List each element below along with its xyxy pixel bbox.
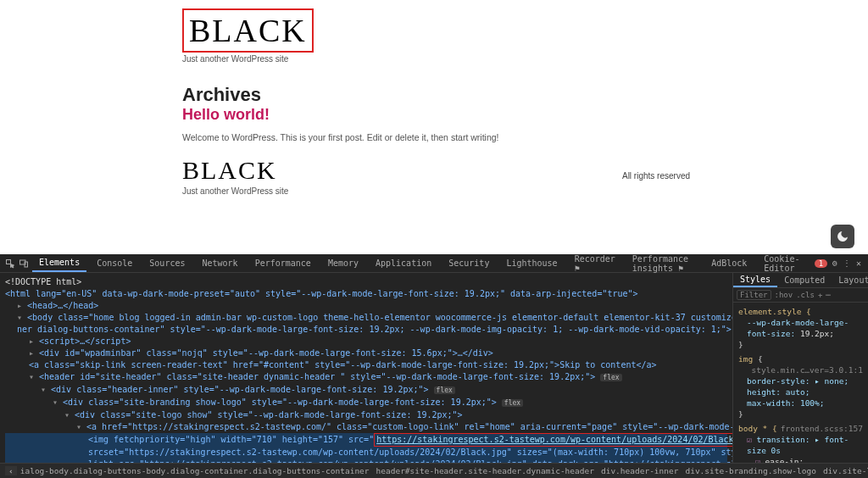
highlighted-logo: BLACK	[182, 8, 314, 53]
tab-elements[interactable]: Elements	[32, 254, 86, 272]
tab-recorder[interactable]: Recorder ⚑	[568, 251, 622, 276]
dom-breadcrumb[interactable]: ‹ ialog-body.dialog-buttons-body.dialog-…	[0, 463, 868, 478]
styles-filter-input[interactable]: Filter	[737, 290, 771, 300]
tab-network[interactable]: Network	[195, 255, 244, 271]
sp-tab-styles[interactable]: Styles	[733, 273, 777, 287]
footer-branding: BLACK Just another WordPress site	[182, 156, 288, 196]
bc-item[interactable]: div.header-inner	[598, 466, 682, 475]
breadcrumb-scroll-left[interactable]: ‹	[5, 466, 17, 475]
styles-more-icon[interactable]: ⋯	[826, 291, 830, 299]
tab-application[interactable]: Application	[369, 255, 438, 271]
tab-memory[interactable]: Memory	[321, 255, 365, 271]
page-content: BLACK Just another WordPress site Archiv…	[0, 0, 868, 196]
settings-icon[interactable]: ⚙	[831, 256, 839, 271]
dom-tree[interactable]: <!DOCTYPE html> <html lang="en-US" data-…	[0, 273, 732, 463]
devtools-tabbar: Elements Console Sources Network Perform…	[0, 254, 868, 273]
dark-mode-toggle[interactable]	[831, 225, 854, 248]
svg-rect-0	[7, 259, 11, 264]
bc-item[interactable]: header#site-header.site-header.dynamic-h…	[373, 466, 598, 475]
close-icon[interactable]: ✕	[854, 256, 863, 271]
tab-sources[interactable]: Sources	[142, 255, 192, 271]
tab-console[interactable]: Console	[90, 255, 139, 271]
footer-logo[interactable]: BLACK	[182, 156, 288, 185]
archives-heading: Archives	[182, 84, 690, 106]
post-excerpt: Welcome to WordPress. This is your first…	[182, 132, 690, 142]
rights-reserved: All rights reserved	[622, 171, 690, 181]
new-rule-icon[interactable]: +	[818, 291, 822, 299]
bc-item[interactable]: div.site-branding.show-logo	[682, 466, 819, 475]
sp-tab-computed[interactable]: Computed	[777, 274, 832, 286]
device-toggle-icon[interactable]	[19, 256, 29, 271]
bc-item[interactable]: ialog-body.dialog-buttons-body.dialog-co…	[17, 466, 373, 475]
moon-icon	[836, 230, 849, 243]
selected-dom-node[interactable]: <img fetchpriority="high" width="710" he…	[5, 433, 727, 447]
site-header: BLACK Just another WordPress site	[182, 8, 690, 64]
tab-adblock[interactable]: AdBlock	[704, 255, 754, 271]
tab-cookie-editor[interactable]: Cookie-Editor	[757, 251, 807, 276]
bc-item[interactable]: div.site-logo.show	[820, 466, 868, 475]
logo-text[interactable]: BLACK	[189, 13, 307, 48]
tab-security[interactable]: Security	[442, 255, 496, 271]
devtools-panel: Elements Console Sources Network Perform…	[0, 254, 868, 478]
tab-perf-insights[interactable]: Performance insights ⚑	[626, 251, 701, 276]
error-badge[interactable]: 1	[815, 259, 827, 268]
more-icon[interactable]: ⋮	[843, 256, 851, 271]
site-footer: BLACK Just another WordPress site All ri…	[182, 156, 690, 196]
sp-tab-layout[interactable]: Layout	[832, 274, 868, 286]
site-tagline: Just another WordPress site	[182, 54, 690, 64]
tab-performance[interactable]: Performance	[248, 255, 318, 271]
hov-toggle[interactable]: :hov	[775, 291, 793, 299]
styles-sidebar: Styles Computed Layout » Filter :hov .cl…	[732, 273, 868, 463]
inspect-icon[interactable]	[5, 256, 15, 271]
tab-lighthouse[interactable]: Lighthouse	[499, 255, 564, 271]
post-title-link[interactable]: Hello world!	[182, 106, 270, 123]
css-rules[interactable]: element.style { --wp-dark-mode-large-fon…	[733, 303, 868, 463]
footer-tagline: Just another WordPress site	[182, 186, 288, 196]
cls-toggle[interactable]: .cls	[796, 291, 815, 299]
